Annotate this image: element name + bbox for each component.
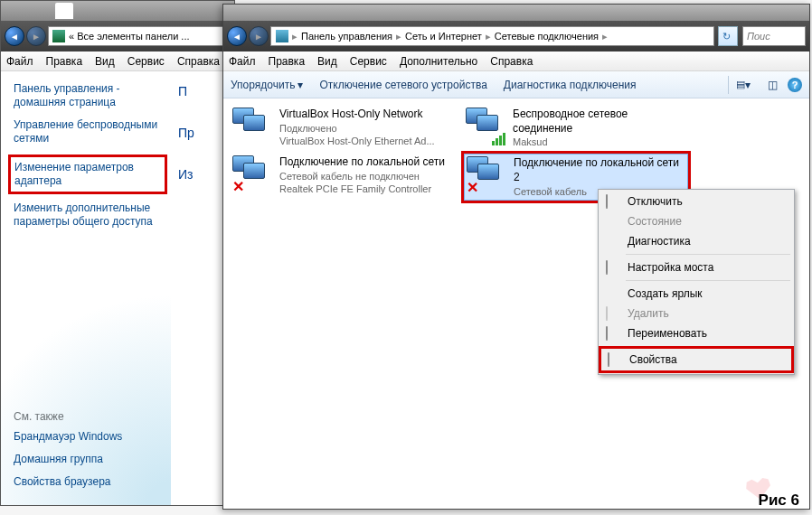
forward-button[interactable]: ► xyxy=(26,26,46,46)
ctx-properties[interactable]: Свойства xyxy=(602,350,790,370)
chevron-icon[interactable]: ▸ xyxy=(291,31,298,42)
title-tab xyxy=(55,3,73,19)
sidebar-homegroup[interactable]: Домашняя группа xyxy=(14,453,162,466)
context-menu: Отключить Состояние Диагностика Настройк… xyxy=(598,189,795,375)
menu-edit[interactable]: Правка xyxy=(269,55,306,68)
crumb-network-connections[interactable]: Сетевые подключения xyxy=(492,31,601,42)
network-adapter-icon xyxy=(232,108,274,145)
heading-fragment-2: Пр xyxy=(178,126,227,140)
menu-tools[interactable]: Сервис xyxy=(350,55,387,68)
shield-icon xyxy=(606,194,608,209)
conn-status: Maksud xyxy=(513,136,686,148)
tb-disable-device[interactable]: Отключение сетевого устройства xyxy=(319,79,486,91)
sidebar-wireless[interactable]: Управление беспроводными сетями xyxy=(14,118,162,145)
address-bar-back[interactable]: « Все элементы панели ... xyxy=(48,26,231,46)
content-area: VirtualBox Host-Only Network Подключено … xyxy=(223,98,809,509)
chevron-icon[interactable]: ▸ xyxy=(601,31,609,42)
ctx-shortcut[interactable]: Создать ярлык xyxy=(600,284,792,304)
menu-view[interactable]: Вид xyxy=(95,55,115,68)
back-menubar: Файл Правка Вид Сервис Справка xyxy=(1,52,234,71)
refresh-icon: ↻ xyxy=(722,31,733,42)
tb-organize[interactable]: Упорядочить ▾ xyxy=(231,79,303,91)
network-icon xyxy=(276,30,288,42)
separator xyxy=(626,280,790,281)
conn-name: Подключение по локальной сети 2 xyxy=(514,156,685,184)
disconnected-icon: ✕ xyxy=(232,178,244,195)
help-icon[interactable]: ? xyxy=(788,78,802,92)
sidebar-home[interactable]: Панель управления - домашняя страница xyxy=(14,82,162,109)
shield-icon xyxy=(606,306,608,321)
front-menubar: Файл Правка Вид Сервис Дополнительно Спр… xyxy=(223,52,809,71)
conn-device: Realtek PCIe FE Family Controller xyxy=(279,183,445,195)
wifi-adapter-icon xyxy=(466,108,507,145)
sidebar: Панель управления - домашняя страница Уп… xyxy=(1,71,171,505)
crumb-control-panel[interactable]: Панель управления xyxy=(298,31,395,42)
tiles-icon: ▤ xyxy=(736,79,745,90)
refresh-button[interactable]: ↻ xyxy=(718,26,738,46)
menu-file[interactable]: Файл xyxy=(6,55,33,68)
connection-vbox[interactable]: VirtualBox Host-Only Network Подключено … xyxy=(231,106,455,150)
menu-view[interactable]: Вид xyxy=(317,55,337,68)
ctx-diag[interactable]: Диагностика xyxy=(600,231,792,251)
front-window: ◄ ► ▸ Панель управления ▸ Сеть и Интерне… xyxy=(222,4,810,510)
heading-fragment-3: Из xyxy=(178,167,227,182)
control-panel-icon xyxy=(52,30,65,42)
menu-edit[interactable]: Правка xyxy=(46,55,83,68)
separator xyxy=(626,346,790,347)
ctx-status: Состояние xyxy=(600,211,792,231)
front-navbar: ◄ ► ▸ Панель управления ▸ Сеть и Интерне… xyxy=(223,21,809,52)
sidebar-browser-props[interactable]: Свойства браузера xyxy=(14,475,162,489)
preview-pane-icon[interactable]: ◫ xyxy=(764,78,780,92)
menu-help[interactable]: Справка xyxy=(177,55,220,68)
back-titlebar[interactable] xyxy=(1,1,234,21)
menu-tools[interactable]: Сервис xyxy=(127,55,165,68)
back-button[interactable]: ◄ xyxy=(227,26,247,46)
back-navbar: ◄ ► « Все элементы панели ... xyxy=(1,21,234,52)
search-input[interactable]: Поис xyxy=(742,26,806,46)
menu-help[interactable]: Справка xyxy=(490,55,533,68)
conn-name: VirtualBox Host-Only Network xyxy=(279,108,435,122)
conn-status: Сетевой кабель не подключен xyxy=(279,170,445,183)
toolbar: Упорядочить ▾ Отключение сетевого устрой… xyxy=(223,71,809,98)
network-adapter-icon: ✕ xyxy=(232,155,274,193)
menu-advanced[interactable]: Дополнительно xyxy=(400,55,477,68)
dropdown-icon: ▾ xyxy=(297,79,303,91)
back-button[interactable]: ◄ xyxy=(5,26,24,46)
address-bar[interactable]: ▸ Панель управления ▸ Сеть и Интернет ▸ … xyxy=(270,26,714,46)
heading-fragment-1: П xyxy=(178,84,227,98)
view-mode-dropdown[interactable]: ▤▾ xyxy=(728,76,757,94)
shield-icon xyxy=(606,260,608,275)
separator xyxy=(626,254,790,255)
crumb-network-internet[interactable]: Сеть и Интернет xyxy=(402,31,485,42)
menu-file[interactable]: Файл xyxy=(229,55,256,68)
chevron-icon[interactable]: ▸ xyxy=(395,31,402,42)
forward-button[interactable]: ► xyxy=(249,26,269,46)
sidebar-firewall[interactable]: Брандмауэр Windows xyxy=(14,430,162,444)
connection-wifi[interactable]: Беспроводное сетевое соединение Maksud xyxy=(464,106,688,150)
figure-caption: Рис 6 xyxy=(759,492,799,510)
conn-status: Подключено xyxy=(279,122,435,135)
sidebar-adapter-params[interactable]: Изменение параметров адаптера xyxy=(14,161,161,188)
tb-diagnose[interactable]: Диагностика подключения xyxy=(504,79,637,91)
ctx-disable[interactable]: Отключить xyxy=(600,192,792,211)
front-titlebar[interactable] xyxy=(223,5,809,21)
back-window: ◄ ► « Все элементы панели ... Файл Правк… xyxy=(0,0,235,506)
address-text: « Все элементы панели ... xyxy=(69,31,190,42)
conn-name: Подключение по локальной сети xyxy=(279,155,445,170)
ctx-delete: Удалить xyxy=(600,304,792,323)
ctx-rename[interactable]: Переименовать xyxy=(600,323,792,343)
connection-lan1[interactable]: ✕ Подключение по локальной сети Сетевой … xyxy=(231,154,455,200)
network-adapter-icon: ✕ xyxy=(467,156,508,194)
shield-icon xyxy=(606,326,608,341)
ctx-bridge[interactable]: Настройка моста xyxy=(600,258,792,277)
see-also-heading: См. также xyxy=(14,410,162,423)
disconnected-icon: ✕ xyxy=(467,179,478,196)
conn-name: Беспроводное сетевое соединение xyxy=(513,108,686,136)
sidebar-sharing[interactable]: Изменить дополнительные параметры общего… xyxy=(14,201,162,229)
chevron-icon[interactable]: ▸ xyxy=(485,31,492,42)
shield-icon xyxy=(608,352,609,367)
highlight-adapter-params: Изменение параметров адаптера xyxy=(8,154,167,194)
conn-device: VirtualBox Host-Only Ethernet Ad... xyxy=(279,135,435,147)
